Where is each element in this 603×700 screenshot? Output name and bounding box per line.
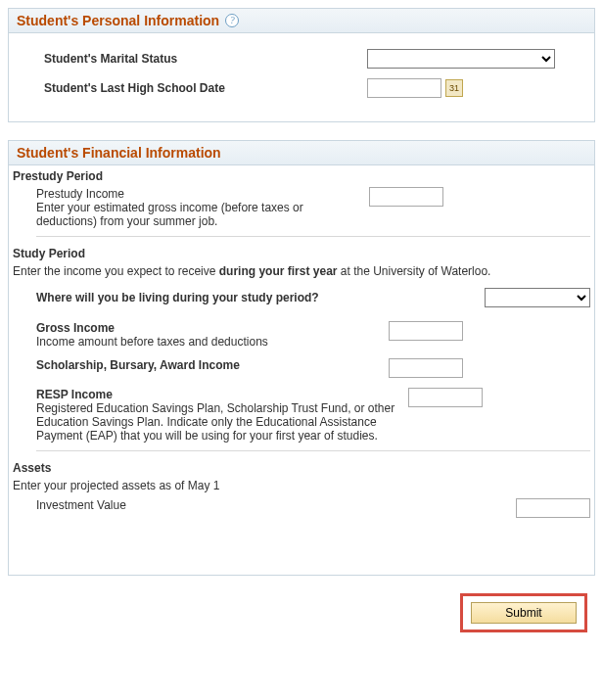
gross-income-input[interactable] — [389, 321, 463, 341]
financial-info-header: Student's Financial Information — [9, 141, 594, 165]
assets-heading: Assets — [13, 461, 590, 475]
study-intro-b: at the University of Waterloo. — [337, 264, 490, 278]
investment-value-title: Investment Value — [36, 498, 504, 512]
calendar-icon[interactable]: 31 — [445, 79, 463, 97]
gross-income-desc: Income amount before taxes and deduction… — [36, 335, 377, 349]
help-icon[interactable]: ? — [225, 14, 239, 27]
financial-info-section: Student's Financial Information Prestudy… — [8, 140, 595, 576]
sba-income-input[interactable] — [389, 358, 463, 378]
personal-info-section: Student's Personal Information ? Student… — [8, 8, 595, 122]
personal-info-body: Student's Marital Status Student's Last … — [9, 33, 594, 121]
study-intro-bold: during your first year — [219, 264, 338, 278]
living-location-select[interactable] — [485, 288, 590, 307]
marital-status-label: Student's Marital Status — [44, 52, 367, 66]
prestudy-income-input[interactable] — [369, 187, 443, 207]
living-location-label: Where will you be living during your stu… — [36, 291, 485, 304]
study-heading: Study Period — [13, 247, 590, 260]
prestudy-income-desc: Enter your estimated gross income (befor… — [36, 201, 357, 228]
investment-value-input[interactable] — [516, 498, 590, 518]
study-intro-a: Enter the income you expect to receive — [13, 264, 219, 278]
submit-button[interactable]: Submit — [471, 602, 577, 624]
resp-income-input[interactable] — [408, 388, 483, 407]
personal-info-title: Student's Personal Information — [17, 13, 219, 28]
marital-status-select[interactable] — [367, 49, 555, 69]
financial-info-body: Prestudy Period Prestudy Income Enter yo… — [9, 169, 594, 575]
assets-intro: Enter your projected assets as of May 1 — [13, 479, 590, 492]
resp-income-title: RESP Income — [36, 388, 396, 401]
personal-info-header: Student's Personal Information ? — [9, 9, 594, 33]
divider — [36, 450, 590, 451]
sba-income-title: Scholarship, Bursary, Award Income — [36, 358, 377, 372]
last-hs-date-label: Student's Last High School Date — [44, 81, 367, 95]
resp-income-desc: Registered Education Savings Plan, Schol… — [36, 401, 396, 443]
submit-area: Submit — [8, 593, 595, 632]
gross-income-title: Gross Income — [36, 321, 377, 335]
divider — [36, 236, 590, 237]
prestudy-income-title: Prestudy Income — [36, 187, 357, 201]
prestudy-heading: Prestudy Period — [13, 169, 590, 183]
financial-info-title: Student's Financial Information — [17, 145, 221, 161]
last-hs-date-input[interactable] — [367, 78, 441, 98]
study-intro: Enter the income you expect to receive d… — [13, 264, 590, 278]
submit-highlight: Submit — [460, 593, 587, 632]
